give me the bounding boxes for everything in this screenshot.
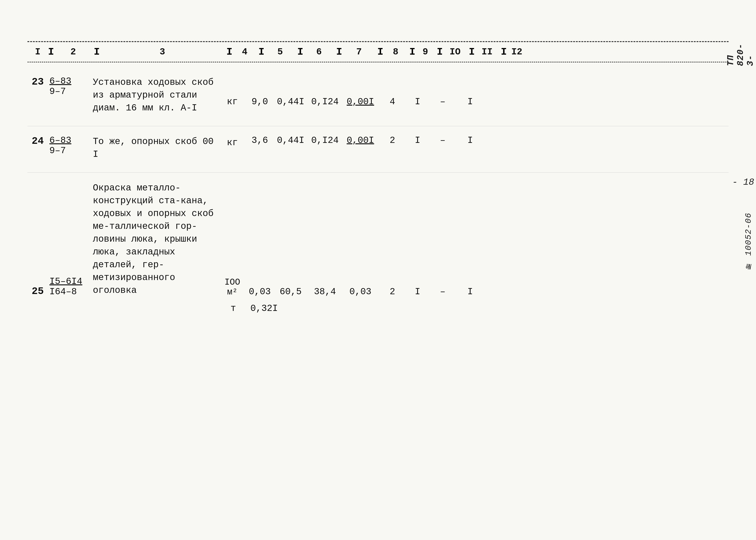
row23-col6: 0,I24 [308, 76, 342, 107]
header-col3: 3 [98, 47, 227, 57]
header-sep4: I [258, 46, 263, 58]
header-col9: 9 [414, 47, 437, 57]
header-sep5: I [297, 46, 302, 58]
right-label-bottom: № 10052-06 [744, 212, 753, 271]
row25-unit: IOO м² [219, 277, 246, 297]
row-25: 25 I5–6I4 I64–8 Окраска металло-конструк… [28, 180, 728, 299]
row-23: 23 6–83 9–7 Установка ходовых скоб из ар… [28, 74, 728, 117]
row23-col9: I [406, 76, 429, 107]
row24-col4: 3,6 [246, 135, 273, 146]
row24-col7: 0,00I [342, 135, 379, 146]
header-col9-label: 9 [423, 47, 428, 57]
header-col1: I [28, 47, 48, 57]
header-col1-label: I [35, 47, 41, 57]
row25-unit2: т [220, 303, 247, 314]
header-sep6: I [336, 46, 341, 58]
row23-desc: Установка ходовых скоб из арматурной ста… [90, 76, 219, 114]
header-col12-label: I2 [511, 47, 522, 57]
row25-extra: т 0,32I [28, 302, 728, 316]
row25-col11: I [456, 287, 484, 297]
header-row: I I 2 I 3 I 4 I 5 I 6 I 7 [28, 42, 728, 63]
header-col3-label: 3 [160, 47, 165, 57]
right-label-top-container: ТП 820-3-30.83 [726, 42, 756, 62]
row25-col4-extra: 0,32I [247, 303, 281, 314]
row25-col10: – [429, 287, 456, 297]
row24-col10: – [429, 135, 456, 146]
row24-col5: 0,44I [273, 135, 308, 146]
header-col10-label: IO [450, 47, 461, 57]
header-col7: 7 [341, 47, 377, 57]
row24-col6: 0,I24 [308, 135, 342, 146]
row23-col7: 0,00I [342, 76, 379, 107]
row25-ref: I5–6I4 I64–8 [50, 276, 90, 297]
header-col8-label: 8 [393, 47, 398, 57]
page: I I 2 I 3 I 4 I 5 I 6 I 7 [0, 0, 756, 540]
header-sep10: I [469, 46, 473, 58]
row-24-section: 24 6–83 9–7 То же, опорных скоб 00 I кг … [28, 126, 728, 173]
row24-desc: То же, опорных скоб 00 I [90, 135, 219, 161]
row24-col9: I [406, 135, 429, 146]
row-23-section: 23 6–83 9–7 Установка ходовых скоб из ар… [28, 63, 728, 126]
row25-col9: I [406, 287, 429, 297]
row23-col10: – [429, 76, 456, 107]
header-sep9: I [437, 46, 441, 58]
row23-col11: I [456, 76, 484, 107]
row23-unit: кг [219, 76, 246, 107]
row24-col11: I [456, 135, 484, 146]
header-col10: IO [441, 47, 469, 57]
header-col5: 5 [263, 47, 297, 57]
row25-desc: Окраска металло-конструкций ста-кана, хо… [90, 182, 219, 297]
row23-ref: 6–83 9–7 [50, 76, 90, 97]
row-24: 24 6–83 9–7 То же, опорных скоб 00 I кг … [28, 133, 728, 163]
row25-num: 25 [28, 286, 48, 297]
header-col2: 2 [53, 47, 94, 57]
content-area: I I 2 I 3 I 4 I 5 I 6 I 7 [28, 41, 728, 517]
header-col7-label: 7 [356, 47, 362, 57]
row24-col8: 2 [379, 135, 406, 146]
right-label-top: ТП 820-3-30.83 [726, 38, 756, 66]
row-25-section: 25 I5–6I4 I64–8 Окраска металло-конструк… [28, 173, 728, 325]
header-col6: 6 [302, 47, 336, 57]
row24-num: 24 [28, 135, 48, 147]
header-sep3: I [227, 46, 231, 58]
row25-col8: 2 [379, 287, 406, 297]
row23-col4: 9,0 [246, 76, 273, 107]
row25-col5: 60,5 [273, 287, 308, 297]
header-sep11: I [501, 46, 505, 58]
header-col6-label: 6 [316, 47, 322, 57]
right-labels-bottom: - 18 - № 10052-06 [732, 177, 756, 271]
header-col4: 4 [231, 47, 258, 57]
header-sep2: I [94, 46, 98, 58]
row23-col5: 0,44I [273, 76, 308, 107]
header-col4-label: 4 [242, 47, 247, 57]
row24-ref: 6–83 9–7 [50, 135, 90, 156]
row23-num: 23 [28, 76, 48, 87]
row24-unit: кг [219, 135, 246, 148]
header-col12: I2 [505, 47, 528, 57]
header-sep8: I [409, 46, 414, 58]
header-col11-label: II [482, 47, 493, 57]
row23-col8: 4 [379, 76, 406, 107]
header-col11: II [473, 47, 501, 57]
row25-col7: 0,03 [342, 287, 379, 297]
row25-col6: 38,4 [308, 287, 342, 297]
header-sep1: I [48, 46, 53, 58]
header-col5-label: 5 [277, 47, 283, 57]
right-note: - 18 - [732, 177, 756, 188]
header-col8: 8 [382, 47, 409, 57]
row25-col4: 0,03 [246, 287, 273, 297]
header-col2-label: 2 [71, 47, 76, 57]
header-sep7: I [377, 46, 382, 58]
